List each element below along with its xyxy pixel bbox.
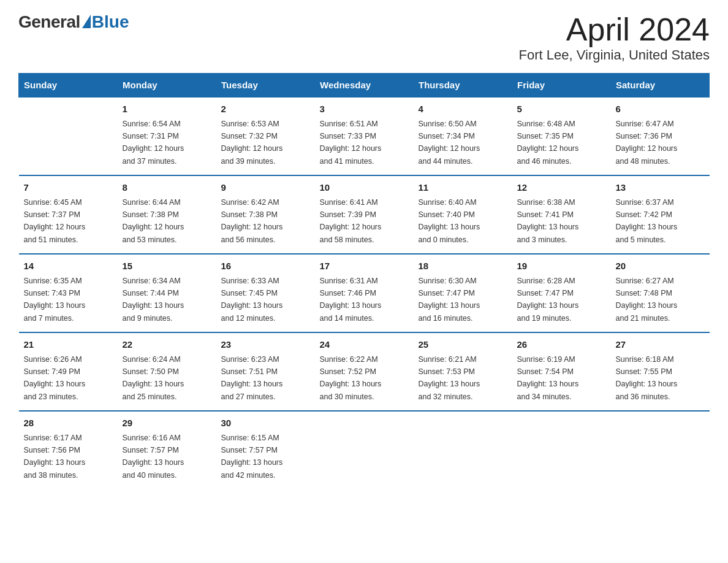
day-info: Sunrise: 6:28 AM Sunset: 7:47 PM Dayligh… xyxy=(517,277,579,323)
table-row: 26Sunrise: 6:19 AM Sunset: 7:54 PM Dayli… xyxy=(512,332,611,411)
table-row: 28Sunrise: 6:17 AM Sunset: 7:56 PM Dayli… xyxy=(19,411,118,489)
day-number: 20 xyxy=(616,259,705,274)
day-number: 28 xyxy=(24,416,113,431)
table-row: 13Sunrise: 6:37 AM Sunset: 7:42 PM Dayli… xyxy=(611,175,710,254)
day-number: 13 xyxy=(616,181,705,195)
day-number: 4 xyxy=(419,102,507,117)
table-row: 15Sunrise: 6:34 AM Sunset: 7:44 PM Dayli… xyxy=(118,254,216,332)
calendar-week-row: 21Sunrise: 6:26 AM Sunset: 7:49 PM Dayli… xyxy=(19,332,710,411)
day-number: 23 xyxy=(221,338,310,352)
calendar-week-row: 7Sunrise: 6:45 AM Sunset: 7:37 PM Daylig… xyxy=(19,175,710,254)
day-info: Sunrise: 6:38 AM Sunset: 7:41 PM Dayligh… xyxy=(517,198,579,244)
col-header-friday: Friday xyxy=(512,74,611,98)
table-row: 8Sunrise: 6:44 AM Sunset: 7:38 PM Daylig… xyxy=(118,175,216,254)
table-row: 5Sunrise: 6:48 AM Sunset: 7:35 PM Daylig… xyxy=(512,97,611,175)
day-info: Sunrise: 6:26 AM Sunset: 7:49 PM Dayligh… xyxy=(24,355,86,401)
col-header-tuesday: Tuesday xyxy=(216,74,315,98)
table-row: 27Sunrise: 6:18 AM Sunset: 7:55 PM Dayli… xyxy=(611,332,710,411)
day-info: Sunrise: 6:47 AM Sunset: 7:36 PM Dayligh… xyxy=(616,120,678,166)
day-info: Sunrise: 6:19 AM Sunset: 7:54 PM Dayligh… xyxy=(517,355,579,401)
table-row: 14Sunrise: 6:35 AM Sunset: 7:43 PM Dayli… xyxy=(19,254,118,332)
day-info: Sunrise: 6:21 AM Sunset: 7:53 PM Dayligh… xyxy=(419,355,480,401)
table-row: 9Sunrise: 6:42 AM Sunset: 7:38 PM Daylig… xyxy=(216,175,315,254)
table-row xyxy=(315,411,414,489)
day-number: 8 xyxy=(123,181,211,195)
calendar-location: Fort Lee, Virginia, United States xyxy=(519,47,710,63)
day-info: Sunrise: 6:50 AM Sunset: 7:34 PM Dayligh… xyxy=(419,120,480,166)
day-number: 21 xyxy=(24,338,113,352)
table-row: 6Sunrise: 6:47 AM Sunset: 7:36 PM Daylig… xyxy=(611,97,710,175)
table-row: 10Sunrise: 6:41 AM Sunset: 7:39 PM Dayli… xyxy=(315,175,414,254)
table-row: 24Sunrise: 6:22 AM Sunset: 7:52 PM Dayli… xyxy=(315,332,414,411)
day-number: 7 xyxy=(24,181,113,195)
calendar-week-row: 1Sunrise: 6:54 AM Sunset: 7:31 PM Daylig… xyxy=(19,97,710,175)
logo: General Blue xyxy=(18,12,129,32)
day-info: Sunrise: 6:37 AM Sunset: 7:42 PM Dayligh… xyxy=(616,198,678,244)
table-row: 21Sunrise: 6:26 AM Sunset: 7:49 PM Dayli… xyxy=(19,332,118,411)
day-number: 27 xyxy=(616,338,705,352)
day-info: Sunrise: 6:16 AM Sunset: 7:57 PM Dayligh… xyxy=(123,434,184,480)
day-number: 5 xyxy=(517,102,606,117)
table-row: 25Sunrise: 6:21 AM Sunset: 7:53 PM Dayli… xyxy=(414,332,512,411)
day-info: Sunrise: 6:33 AM Sunset: 7:45 PM Dayligh… xyxy=(221,277,283,323)
col-header-monday: Monday xyxy=(118,74,216,98)
table-row: 29Sunrise: 6:16 AM Sunset: 7:57 PM Dayli… xyxy=(118,411,216,489)
col-header-thursday: Thursday xyxy=(414,74,512,98)
table-row: 12Sunrise: 6:38 AM Sunset: 7:41 PM Dayli… xyxy=(512,175,611,254)
table-row: 17Sunrise: 6:31 AM Sunset: 7:46 PM Dayli… xyxy=(315,254,414,332)
table-row: 2Sunrise: 6:53 AM Sunset: 7:32 PM Daylig… xyxy=(216,97,315,175)
table-row xyxy=(512,411,611,489)
day-info: Sunrise: 6:35 AM Sunset: 7:43 PM Dayligh… xyxy=(24,277,86,323)
day-info: Sunrise: 6:34 AM Sunset: 7:44 PM Dayligh… xyxy=(123,277,184,323)
calendar-header-row: Sunday Monday Tuesday Wednesday Thursday… xyxy=(19,74,710,98)
day-number: 2 xyxy=(221,102,310,117)
table-row: 22Sunrise: 6:24 AM Sunset: 7:50 PM Dayli… xyxy=(118,332,216,411)
col-header-sunday: Sunday xyxy=(19,74,118,98)
table-row: 7Sunrise: 6:45 AM Sunset: 7:37 PM Daylig… xyxy=(19,175,118,254)
calendar-table: Sunday Monday Tuesday Wednesday Thursday… xyxy=(18,73,710,489)
table-row xyxy=(611,411,710,489)
table-row: 23Sunrise: 6:23 AM Sunset: 7:51 PM Dayli… xyxy=(216,332,315,411)
day-number: 29 xyxy=(123,416,211,431)
day-number: 19 xyxy=(517,259,606,274)
col-header-saturday: Saturday xyxy=(611,74,710,98)
table-row: 20Sunrise: 6:27 AM Sunset: 7:48 PM Dayli… xyxy=(611,254,710,332)
day-info: Sunrise: 6:23 AM Sunset: 7:51 PM Dayligh… xyxy=(221,355,283,401)
calendar-title: April 2024 xyxy=(519,12,710,47)
col-header-wednesday: Wednesday xyxy=(315,74,414,98)
calendar-week-row: 28Sunrise: 6:17 AM Sunset: 7:56 PM Dayli… xyxy=(19,411,710,489)
table-row xyxy=(414,411,512,489)
day-info: Sunrise: 6:45 AM Sunset: 7:37 PM Dayligh… xyxy=(24,198,86,244)
day-number: 24 xyxy=(320,338,409,352)
day-info: Sunrise: 6:40 AM Sunset: 7:40 PM Dayligh… xyxy=(419,198,480,244)
day-number: 12 xyxy=(517,181,606,195)
day-info: Sunrise: 6:18 AM Sunset: 7:55 PM Dayligh… xyxy=(616,355,678,401)
day-info: Sunrise: 6:41 AM Sunset: 7:39 PM Dayligh… xyxy=(320,198,382,244)
day-info: Sunrise: 6:51 AM Sunset: 7:33 PM Dayligh… xyxy=(320,120,382,166)
day-number: 22 xyxy=(123,338,211,352)
table-row: 11Sunrise: 6:40 AM Sunset: 7:40 PM Dayli… xyxy=(414,175,512,254)
table-row: 16Sunrise: 6:33 AM Sunset: 7:45 PM Dayli… xyxy=(216,254,315,332)
day-info: Sunrise: 6:27 AM Sunset: 7:48 PM Dayligh… xyxy=(616,277,678,323)
day-info: Sunrise: 6:54 AM Sunset: 7:31 PM Dayligh… xyxy=(123,120,184,166)
day-number: 14 xyxy=(24,259,113,274)
table-row: 18Sunrise: 6:30 AM Sunset: 7:47 PM Dayli… xyxy=(414,254,512,332)
day-number: 25 xyxy=(419,338,507,352)
table-row xyxy=(19,97,118,175)
logo-general-text: General xyxy=(18,12,80,32)
table-row: 4Sunrise: 6:50 AM Sunset: 7:34 PM Daylig… xyxy=(414,97,512,175)
table-row: 3Sunrise: 6:51 AM Sunset: 7:33 PM Daylig… xyxy=(315,97,414,175)
day-number: 10 xyxy=(320,181,409,195)
title-block: April 2024 Fort Lee, Virginia, United St… xyxy=(519,12,710,63)
day-number: 16 xyxy=(221,259,310,274)
day-number: 17 xyxy=(320,259,409,274)
calendar-week-row: 14Sunrise: 6:35 AM Sunset: 7:43 PM Dayli… xyxy=(19,254,710,332)
table-row: 19Sunrise: 6:28 AM Sunset: 7:47 PM Dayli… xyxy=(512,254,611,332)
day-number: 6 xyxy=(616,102,705,117)
day-number: 18 xyxy=(419,259,507,274)
day-info: Sunrise: 6:42 AM Sunset: 7:38 PM Dayligh… xyxy=(221,198,283,244)
day-number: 1 xyxy=(123,102,211,117)
page-header: General Blue April 2024 Fort Lee, Virgin… xyxy=(18,12,710,63)
day-info: Sunrise: 6:53 AM Sunset: 7:32 PM Dayligh… xyxy=(221,120,283,166)
day-info: Sunrise: 6:30 AM Sunset: 7:47 PM Dayligh… xyxy=(419,277,480,323)
